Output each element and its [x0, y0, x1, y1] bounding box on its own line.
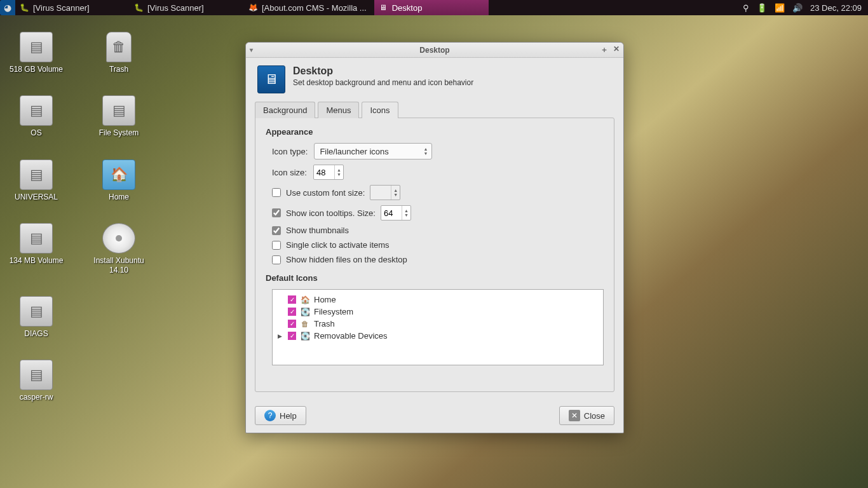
desktop-settings-window: ▾ Desktop ＋ ✕ 🖥 Desktop Set desktop back… [245, 42, 624, 433]
tooltips-size-field[interactable]: ▲▼ [381, 205, 411, 220]
taskbar-item-desktop[interactable]: 🖥 Desktop [374, 0, 489, 15]
single-click-label: Single click to activate items [286, 240, 390, 250]
combo-spin-icon: ▲▼ [423, 147, 428, 156]
help-button[interactable]: ? Help [255, 406, 306, 425]
custom-font-input [370, 186, 391, 200]
app-icon: 🐛 [19, 3, 29, 13]
tooltips-checkbox[interactable] [272, 208, 281, 217]
xubuntu-logo-icon: ◕ [4, 3, 11, 13]
default-icons-list[interactable]: ✓ 🏠 Home ✓ 💽 Filesystem ✓ 🗑 Trash ▶ ✓ 💽 [272, 289, 604, 365]
desktop-icon-trash[interactable]: 🗑 Trash [90, 32, 147, 74]
desktop-icon-volume-518gb[interactable]: ▤ 518 GB Volume [8, 32, 65, 74]
thumbnails-label: Show thumbnails [286, 226, 349, 235]
tooltips-label: Show icon tooltips. Size: [286, 208, 376, 218]
window-menu-dropdown-icon[interactable]: ▾ [250, 46, 253, 53]
default-icon-item-home[interactable]: ✓ 🏠 Home [278, 294, 598, 306]
desktop-icon-universal[interactable]: ▤ UNIVERSAL [8, 159, 65, 201]
icon-label: Trash [109, 65, 128, 74]
default-icon-item-trash[interactable]: ✓ 🗑 Trash [278, 318, 598, 330]
checked-checkbox-icon[interactable]: ✓ [288, 332, 296, 340]
volume-icon[interactable]: 🔊 [792, 3, 803, 13]
tab-icons[interactable]: Icons [362, 102, 398, 118]
desktop-header-icon: 🖥 [257, 65, 285, 93]
tab-menus[interactable]: Menus [318, 102, 359, 118]
desktop-icon-installer[interactable]: Install Xubuntu 14.10 [90, 223, 147, 274]
header-title: Desktop [293, 65, 473, 77]
taskbar-item-firefox[interactable]: 🦊 [About.com CMS - Mozilla ... [244, 0, 374, 15]
window-header: 🖥 Desktop Set desktop background and men… [246, 58, 623, 98]
taskbar-label: [About.com CMS - Mozilla ... [262, 3, 367, 13]
window-close-icon[interactable]: ✕ [613, 44, 620, 55]
drive-icon: ▤ [20, 95, 53, 126]
item-label: Removable Devices [314, 331, 388, 341]
clock[interactable]: 23 Dec, 22:09 [810, 3, 862, 13]
drive-icon: ▤ [102, 95, 135, 126]
taskbar-label: [Virus Scanner] [33, 3, 90, 13]
default-icon-item-removable[interactable]: ▶ ✓ 💽 Removable Devices [278, 330, 598, 342]
home-folder-icon: 🏠 [102, 159, 135, 190]
icon-size-label: Icon size: [272, 168, 307, 177]
close-icon: ✕ [569, 410, 580, 421]
default-icon-item-filesystem[interactable]: ✓ 💽 Filesystem [278, 306, 598, 318]
icon-type-combo[interactable]: File/launcher icons ▲▼ [314, 143, 432, 159]
tab-bar: Background Menus Icons [246, 100, 623, 118]
bluetooth-icon[interactable]: ⚲ [743, 3, 749, 13]
window-titlebar[interactable]: ▾ Desktop ＋ ✕ [246, 43, 623, 58]
wifi-icon[interactable]: 📶 [775, 3, 785, 13]
drive-icon: ▤ [20, 32, 53, 62]
desktop-icon-diags[interactable]: ▤ DIAGS [8, 296, 65, 338]
checked-checkbox-icon[interactable]: ✓ [288, 320, 296, 328]
tooltips-size-input[interactable] [381, 206, 402, 220]
expander-icon[interactable]: ▶ [278, 333, 284, 339]
drive-icon: ▤ [20, 360, 53, 390]
help-button-label: Help [280, 411, 297, 421]
start-menu-button[interactable]: ◕ [0, 0, 15, 15]
app-icon: 🐛 [133, 3, 144, 13]
taskbar-item-virus-scanner-1[interactable]: 🐛 [Virus Scanner] [15, 0, 130, 15]
spin-icon[interactable]: ▲▼ [402, 206, 410, 220]
section-appearance-title: Appearance [266, 127, 604, 137]
desktop-icon-volume-134mb[interactable]: ▤ 134 MB Volume [8, 223, 65, 274]
item-label: Trash [314, 319, 335, 329]
thumbnails-checkbox[interactable] [272, 226, 281, 235]
drive-icon: ▤ [20, 296, 53, 327]
icon-label: Install Xubuntu 14.10 [90, 256, 147, 274]
home-icon: 🏠 [300, 295, 310, 304]
desktop-icon-home[interactable]: 🏠 Home [90, 159, 147, 201]
checked-checkbox-icon[interactable]: ✓ [288, 295, 296, 304]
desktop-icon-casper-rw[interactable]: ▤ casper-rw [8, 360, 65, 402]
taskbar-label: [Virus Scanner] [147, 3, 204, 13]
desktop-icon-filesystem[interactable]: ▤ File System [90, 95, 147, 137]
icon-label: casper-rw [20, 393, 53, 402]
icon-label: 518 GB Volume [10, 65, 63, 74]
close-button[interactable]: ✕ Close [559, 406, 614, 425]
icon-size-field[interactable]: ▲▼ [313, 165, 344, 180]
item-label: Filesystem [314, 307, 353, 316]
hidden-files-label: Show hidden files on the desktop [286, 255, 407, 264]
window-title: Desktop [419, 46, 449, 55]
desktop-icon-os[interactable]: ▤ OS [8, 95, 65, 137]
drive-icon: 💽 [300, 332, 310, 341]
help-icon: ? [264, 410, 276, 421]
section-default-icons-title: Default Icons [266, 273, 604, 283]
single-click-checkbox[interactable] [272, 241, 281, 250]
window-minimize-icon[interactable]: ＋ [600, 44, 608, 55]
taskbar-item-virus-scanner-2[interactable]: 🐛 [Virus Scanner] [130, 0, 244, 15]
tab-background[interactable]: Background [255, 102, 315, 118]
drive-icon: ▤ [20, 223, 53, 254]
tab-icons-panel: Appearance Icon type: File/launcher icon… [255, 118, 614, 392]
battery-icon[interactable]: 🔋 [757, 3, 767, 13]
icon-label: UNIVERSAL [15, 193, 58, 201]
system-tray: ⚲ 🔋 📶 🔊 23 Dec, 22:09 [736, 3, 868, 13]
icon-size-input[interactable] [314, 165, 334, 179]
hidden-files-checkbox[interactable] [272, 255, 281, 264]
top-panel: ◕ 🐛 [Virus Scanner] 🐛 [Virus Scanner] 🦊 … [0, 0, 868, 15]
desktop-icons-grid: ▤ 518 GB Volume 🗑 Trash ▤ OS ▤ File Syst… [8, 32, 147, 402]
spin-icon: ▲▼ [391, 186, 400, 200]
spin-icon[interactable]: ▲▼ [334, 165, 343, 179]
drive-icon: ▤ [20, 159, 53, 190]
window-footer: ? Help ✕ Close [246, 401, 623, 433]
custom-font-checkbox[interactable] [272, 188, 281, 197]
icon-type-label: Icon type: [272, 147, 308, 156]
checked-checkbox-icon[interactable]: ✓ [288, 308, 296, 316]
